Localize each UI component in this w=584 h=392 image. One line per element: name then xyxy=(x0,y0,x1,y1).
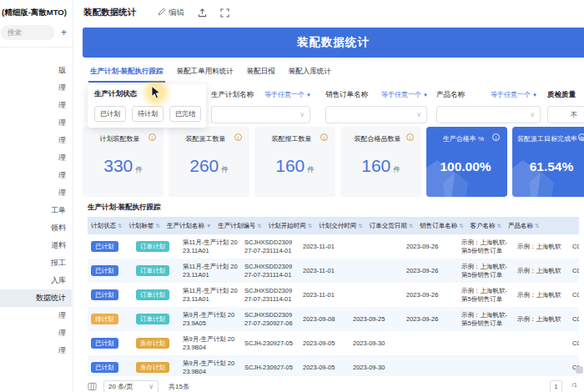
plan-code-cell: SCJH-230927-05 xyxy=(241,339,300,348)
sort-icon[interactable]: ⇅ xyxy=(358,223,362,229)
banner-title: 装配数据统计 xyxy=(83,28,584,58)
sidebar-menu-item[interactable]: 报工 xyxy=(0,254,72,272)
table-column-header[interactable]: 产品名称 ⇅ xyxy=(505,222,542,230)
table-column-header[interactable]: 计划标签 ⇅ xyxy=(125,222,163,230)
start-date-cell: 2023-09-05 xyxy=(300,364,350,372)
plan-code-cell: SCJH-230927-05 xyxy=(241,364,300,372)
tab[interactable]: 生产计划-装配执行跟踪 xyxy=(90,67,164,83)
scrollbar-thumb[interactable] xyxy=(576,366,583,374)
assembly-dashboard-page: (精细版-离散MTO) + 版 理 理 理 理 理 理 理 xyxy=(0,0,584,392)
sidebar-menu-item[interactable]: 理 xyxy=(0,307,72,324)
table-column-header[interactable]: 计划开始时间 ⇅ xyxy=(265,222,315,230)
info-icon[interactable]: i xyxy=(492,133,500,141)
table-column-header[interactable]: 订单交货日期 ⇅ xyxy=(366,222,416,230)
plan-status-option[interactable]: 已计划 xyxy=(94,106,126,122)
info-icon[interactable]: i xyxy=(320,133,328,141)
sidebar-menu-item[interactable]: 理 xyxy=(0,114,72,132)
sort-icon[interactable]: ⇅ xyxy=(118,223,122,229)
quality-filter-label: 质检质量 xyxy=(547,90,576,100)
quality-filter-select[interactable]: 不 xyxy=(547,106,584,123)
sidebar-menu-item[interactable]: 理 xyxy=(0,324,72,342)
table-column-header[interactable]: 计划状态 ⇅ xyxy=(88,222,125,230)
plan-name-filter-label: 生产计划名称 xyxy=(211,90,254,100)
page-size-select[interactable]: 20 条/页 ∨ xyxy=(103,380,159,392)
export-icon[interactable] xyxy=(198,8,207,18)
plan-name-filter-select[interactable]: ∨ xyxy=(211,106,310,123)
table-column-header[interactable]: 客户名称 ⇅ xyxy=(467,222,505,230)
tab[interactable]: 装配日报 xyxy=(247,67,275,83)
kpi-unit: 件 xyxy=(135,165,143,175)
order-date-cell: 2023-09-26 xyxy=(403,291,458,299)
customer-cell: 示例：上海帆软 xyxy=(514,243,569,251)
status-badge: 已计划 xyxy=(91,362,118,374)
sort-icon[interactable]: ⇅ xyxy=(459,223,463,229)
table-column-header[interactable]: 生产计划编号 ⇅ xyxy=(214,222,264,230)
plan-name-filter-operator[interactable]: 等于任意一个▼ xyxy=(264,90,311,99)
plan-name-cell: 第9月-生产计划 2023.9B04 xyxy=(179,335,241,351)
caret-down-icon: ▼ xyxy=(423,93,428,98)
sort-icon[interactable]: ⇅ xyxy=(409,223,413,229)
page-number[interactable]: 1 xyxy=(550,380,562,392)
sort-icon[interactable]: ▼ xyxy=(206,223,211,229)
start-date-cell: 2023-11-01 xyxy=(300,267,350,275)
sidebar-menu-item[interactable]: 理 xyxy=(0,79,72,97)
dashboard-title: 装配数据统计 xyxy=(83,7,136,18)
product-name-filter-operator[interactable]: 等于任意一个▼ xyxy=(491,90,537,99)
table-column-header[interactable]: 销售订单名称 ⇅ xyxy=(416,222,466,230)
sidebar-menu-item[interactable]: 理 xyxy=(0,132,72,149)
sidebar-menu-item[interactable]: 退料 xyxy=(0,237,72,254)
plan-status-option[interactable]: 待计划 xyxy=(132,106,164,122)
info-icon[interactable]: i xyxy=(578,133,584,141)
chevron-down-icon: ∨ xyxy=(149,383,154,390)
product-cell: C0 xyxy=(569,243,579,251)
kpi-value: 260 xyxy=(189,156,219,176)
sidebar-menu-item[interactable]: 领料 xyxy=(0,219,72,237)
customer-cell: 示例：上海帆软 xyxy=(514,291,569,299)
caret-down-icon: ▼ xyxy=(306,93,311,98)
sidebar-menu-item[interactable]: 理 xyxy=(0,167,72,184)
edit-label: 编辑 xyxy=(169,8,184,18)
sort-icon[interactable]: ⇅ xyxy=(155,223,159,229)
sort-icon[interactable]: ⇅ xyxy=(535,223,539,229)
start-date-cell: 2023-09-08 xyxy=(300,315,350,324)
order-date-cell: 2023-09-26 xyxy=(403,315,458,324)
customer-cell: 示例：上海帆软 xyxy=(514,315,569,324)
product-cell: C0 xyxy=(569,291,579,299)
table-column-header[interactable]: 计划交付时间 ⇅ xyxy=(315,222,365,230)
sidebar-menu-item[interactable]: 理 xyxy=(0,342,72,359)
plan-name-cell: 第11月-生产计划 2023.11A01 xyxy=(179,263,241,279)
status-badge: 待计划 xyxy=(91,314,118,325)
tab[interactable]: 装配入库统计 xyxy=(289,67,331,83)
info-icon[interactable]: i xyxy=(234,133,242,141)
info-icon[interactable]: i xyxy=(149,133,156,141)
edit-button[interactable]: 编辑 xyxy=(158,8,184,18)
sidebar-menu-item[interactable]: 入库 xyxy=(0,272,72,289)
sort-icon[interactable]: ⇅ xyxy=(257,223,261,229)
sidebar-menu-item[interactable]: 理 xyxy=(0,184,72,202)
deliver-date-cell: 2023-09-30 xyxy=(350,339,403,348)
tab[interactable]: 装配工单用料统计 xyxy=(177,67,234,83)
sidebar-menu-item[interactable]: 工单 xyxy=(0,202,72,219)
search-input[interactable] xyxy=(1,25,55,40)
kpi-card: 生产合格率 % i 100.00% xyxy=(426,127,507,197)
sort-icon[interactable]: ⇅ xyxy=(308,223,312,229)
plan-status-options: 已计划 待计划 已完结 xyxy=(94,106,199,122)
sidebar-menu-item[interactable]: 理 xyxy=(0,149,72,167)
product-name-filter-label: 产品名称 xyxy=(436,90,465,100)
table-column-header[interactable]: 生产计划名称 ▼ xyxy=(164,222,214,230)
fullscreen-icon[interactable] xyxy=(220,8,229,18)
pagination-bar: 20 条/页 ∨ 共15条 1 /1 xyxy=(88,380,584,392)
order-name-filter-select[interactable]: ∨ xyxy=(325,106,427,123)
add-button[interactable]: + xyxy=(58,27,70,39)
sidebar-menu-item[interactable]: 理 xyxy=(0,97,72,114)
info-icon[interactable]: i xyxy=(406,133,414,141)
sidebar-menu-item[interactable]: 数据统计 xyxy=(0,289,72,307)
plan-status-option[interactable]: 已完结 xyxy=(169,106,201,122)
column-settings-icon[interactable] xyxy=(88,382,97,391)
order-name-filter-operator[interactable]: 等于任意一个▼ xyxy=(381,90,428,99)
table-body: 已计划 订单计划 第11月-生产计划 2023.11A01 SCJHXSDD23… xyxy=(88,234,579,376)
kpi-cards: 计划装配数量 i 330 件 装配派工数量 i 260 件 装配报工数量 i xyxy=(83,127,584,197)
sidebar-menu-item[interactable]: 版 xyxy=(0,62,72,79)
product-name-filter-select[interactable]: ∨ xyxy=(436,106,541,123)
sort-icon[interactable]: ⇅ xyxy=(497,223,501,229)
